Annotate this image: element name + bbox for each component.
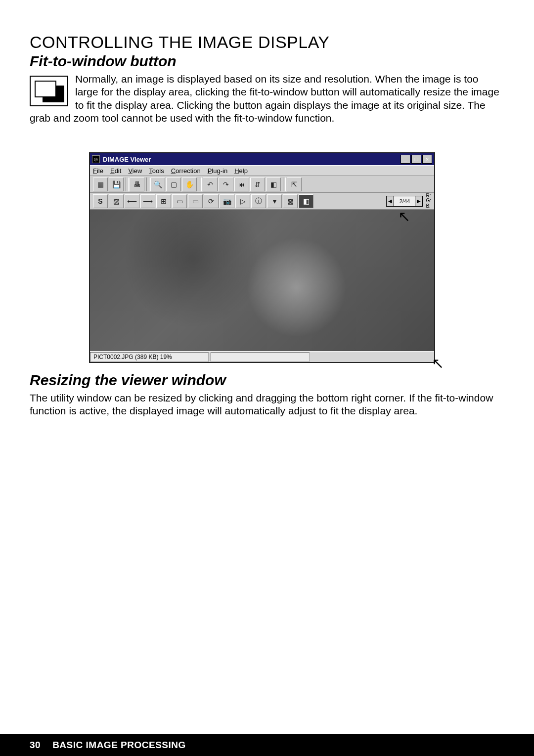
menu-edit[interactable]: Edit	[110, 167, 121, 175]
resize-body: The utility window can be resized by cli…	[30, 392, 504, 418]
hand-icon[interactable]: ✋	[182, 178, 197, 191]
fit-to-window-icon	[30, 76, 68, 106]
undo-icon[interactable]: ↶	[203, 178, 218, 191]
thumbnails-icon[interactable]: ▦	[93, 178, 108, 191]
menu-plugin[interactable]: Plug-in	[208, 167, 227, 175]
prev-image-button[interactable]: ◀	[386, 196, 394, 207]
page-number: 30	[30, 740, 41, 751]
menu-help[interactable]: Help	[234, 167, 248, 175]
first-icon[interactable]: ⏮	[234, 178, 249, 191]
sharpen-icon[interactable]: S	[93, 194, 108, 208]
titlebar: ◎ DiMAGE Viewer _ □ ×	[90, 153, 434, 165]
slideshow-icon[interactable]: ▷	[235, 194, 250, 208]
fit-heading: Fit-to-window button	[30, 53, 504, 70]
resize-heading: Resizing the viewer window	[30, 372, 504, 389]
page-footer: 30 BASIC IMAGE PROCESSING	[0, 734, 534, 756]
window-title: DiMAGE Viewer	[103, 156, 151, 163]
section-title: CONTROLLING THE IMAGE DISPLAY	[30, 33, 504, 52]
levels-left-icon[interactable]: ⟵	[125, 194, 139, 208]
app-window: ◎ DiMAGE Viewer _ □ × File Edit View Too…	[89, 152, 435, 363]
status-text: PICT0002.JPG (389 KB) 19%	[90, 352, 209, 362]
close-button[interactable]: ×	[422, 155, 432, 164]
toolbar-1: ▦ 💾 🖶 🔍 ▢ ✋ ↶ ↷ ⏮ ⇵ ◧ ⇱	[90, 176, 434, 193]
screenshot: ◎ DiMAGE Viewer _ □ × File Edit View Too…	[89, 152, 435, 363]
minimize-button[interactable]: _	[400, 155, 410, 164]
export-icon[interactable]: ⇱	[287, 178, 302, 191]
rotate-icon[interactable]: ⟳	[204, 194, 219, 208]
fit-to-window-button[interactable]: ◧	[299, 194, 313, 208]
save-icon[interactable]: 💾	[109, 178, 124, 191]
menu-tools[interactable]: Tools	[149, 167, 164, 175]
flip-icon[interactable]: ⇵	[250, 178, 265, 191]
info-icon[interactable]: ⓘ	[251, 194, 266, 208]
menubar: File Edit View Tools Correction Plug-in …	[90, 165, 434, 176]
fit-body: Normally, an image is displayed based on…	[30, 73, 504, 125]
menu-correction[interactable]: Correction	[171, 167, 201, 175]
adjust-icon[interactable]: ◧	[266, 178, 281, 191]
print-icon[interactable]: 🖶	[130, 178, 144, 191]
camera-icon[interactable]: 📷	[220, 194, 234, 208]
maximize-button[interactable]: □	[411, 155, 421, 164]
rgb-b: B:	[426, 204, 431, 209]
image-nav: ◀ 2/44 ▶ R: G: B:	[386, 195, 431, 208]
marquee-icon[interactable]: ▢	[166, 178, 181, 191]
menu-file[interactable]: File	[93, 167, 103, 175]
grid-icon[interactable]: ⊞	[156, 194, 171, 208]
statusbar: PICT0002.JPG (389 KB) 19%	[90, 351, 434, 362]
curves-icon[interactable]: ▨	[109, 194, 124, 208]
toolbar-2: S ▨ ⟵ ⟶ ⊞ ▭ ▭ ⟳ 📷 ▷ ⓘ ▾ ▩ ◧ ◀ 2/44 ▶	[90, 193, 434, 210]
status-empty	[211, 352, 310, 362]
color-icon[interactable]: ▩	[283, 194, 298, 208]
frame-b-icon[interactable]: ▭	[188, 194, 203, 208]
image-viewport[interactable]	[90, 210, 434, 351]
redo-icon[interactable]: ↷	[219, 178, 233, 191]
menu-view[interactable]: View	[128, 167, 142, 175]
frame-a-icon[interactable]: ▭	[172, 194, 187, 208]
levels-right-icon[interactable]: ⟶	[140, 194, 155, 208]
chapter-title: BASIC IMAGE PROCESSING	[52, 740, 186, 751]
zoom-icon[interactable]: 🔍	[150, 178, 165, 191]
rgb-readout: R: G: B:	[426, 193, 431, 209]
dropdown-icon[interactable]: ▾	[267, 194, 282, 208]
app-icon: ◎	[92, 155, 100, 163]
next-image-button[interactable]: ▶	[415, 196, 423, 207]
image-counter: 2/44	[394, 196, 415, 207]
